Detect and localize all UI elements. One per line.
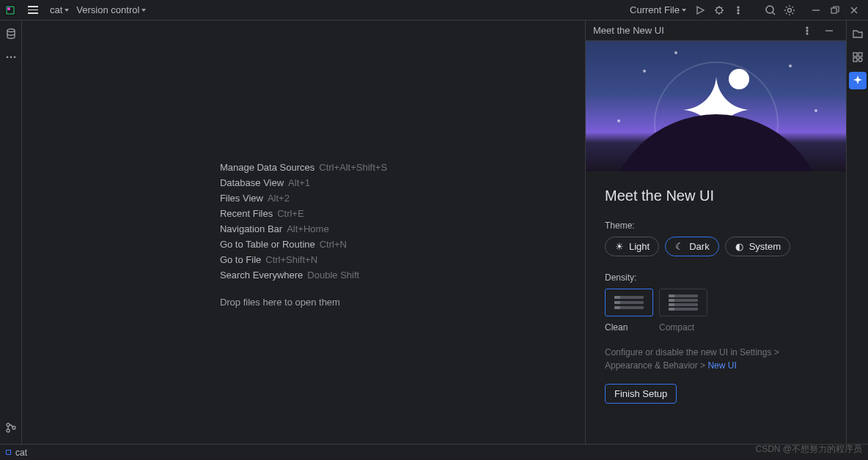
svg-rect-20 (858, 53, 862, 56)
hero-illustration (586, 41, 846, 171)
moon-icon: ☾ (674, 242, 685, 252)
run-config-label: Current File (630, 4, 680, 15)
minimize-window-button[interactable] (806, 1, 825, 20)
panel-heading: Meet the New UI (605, 188, 827, 204)
main-menu-button[interactable] (23, 1, 43, 20)
editor-action-link[interactable]: Manage Data SourcesCtrl+Alt+Shift+S (220, 162, 387, 173)
action-label: Go to Table or Routine (220, 239, 315, 250)
density-clean-label: Clean (605, 322, 653, 333)
finish-setup-button[interactable]: Finish Setup (605, 384, 677, 404)
git-tool-button[interactable] (2, 419, 20, 437)
svg-rect-19 (853, 53, 857, 56)
action-shortcut: Alt+2 (268, 193, 290, 204)
system-icon: ◐ (735, 242, 745, 252)
action-label: Database View (220, 177, 284, 188)
search-everywhere-button[interactable] (761, 1, 780, 20)
svg-point-4 (738, 9, 739, 10)
editor-empty-state: Manage Data SourcesCtrl+Alt+Shift+SDatab… (22, 21, 586, 444)
new-ui-panel: Meet the New UI Meet the New UI Theme: ☀… (586, 21, 846, 444)
chevron-down-icon (682, 9, 686, 12)
new-ui-tool-button[interactable] (849, 72, 867, 89)
theme-label: Theme: (605, 220, 827, 231)
panel-title: Meet the New UI (593, 25, 664, 36)
editor-action-link[interactable]: Files ViewAlt+2 (220, 193, 387, 204)
svg-point-14 (7, 429, 10, 432)
vcs-label: Version control (76, 4, 139, 15)
density-label: Density: (605, 272, 827, 283)
svg-point-17 (806, 29, 808, 31)
status-indicator-icon (6, 450, 11, 455)
restore-window-button[interactable] (825, 1, 845, 20)
svg-point-11 (10, 56, 12, 59)
chevron-down-icon (65, 9, 69, 12)
svg-point-1 (7, 7, 10, 10)
action-label: Recent Files (220, 208, 273, 219)
svg-point-10 (6, 56, 8, 59)
right-tool-rail (846, 21, 868, 444)
density-compact-option[interactable] (659, 289, 707, 316)
density-clean-option[interactable] (605, 289, 653, 316)
run-button[interactable] (691, 1, 710, 20)
settings-button[interactable] (780, 1, 799, 20)
svg-point-6 (766, 6, 773, 13)
app-logo-icon (4, 4, 16, 16)
status-project-name[interactable]: cat (15, 448, 27, 458)
plugins-tool-button[interactable] (849, 48, 867, 66)
svg-point-9 (7, 29, 15, 32)
left-tool-rail (0, 21, 22, 444)
editor-action-link[interactable]: Recent FilesCtrl+E (220, 208, 387, 219)
sun-icon: ☀ (614, 242, 625, 252)
svg-point-7 (788, 8, 792, 12)
project-name: cat (50, 4, 62, 15)
new-ui-settings-link[interactable]: New UI (707, 360, 736, 371)
svg-point-16 (806, 26, 808, 28)
action-shortcut: Alt+Home (287, 223, 328, 234)
svg-rect-21 (853, 58, 857, 62)
svg-point-22 (858, 58, 862, 62)
database-tool-button[interactable] (2, 25, 20, 42)
action-shortcut: Alt+1 (288, 177, 310, 188)
svg-point-5 (738, 12, 739, 13)
files-tool-button[interactable] (849, 25, 867, 42)
panel-options-button[interactable] (798, 21, 817, 40)
svg-rect-0 (4, 4, 16, 16)
panel-help-text: Configure or disable the new UI in Setti… (605, 346, 827, 372)
svg-point-12 (13, 56, 15, 59)
svg-rect-8 (831, 8, 836, 13)
action-shortcut: Ctrl+Shift+N (265, 254, 317, 265)
more-actions-button[interactable] (729, 1, 748, 20)
run-config-selector[interactable]: Current File (630, 4, 686, 15)
action-label: Navigation Bar (220, 223, 282, 234)
editor-action-link[interactable]: Go to Table or RoutineCtrl+N (220, 239, 387, 250)
editor-action-link[interactable]: Navigation BarAlt+Home (220, 223, 387, 234)
action-shortcut: Ctrl+E (277, 208, 304, 219)
editor-action-link[interactable]: Go to FileCtrl+Shift+N (220, 254, 387, 265)
chevron-down-icon (141, 9, 146, 12)
svg-point-3 (738, 6, 739, 7)
close-window-button[interactable] (845, 1, 864, 20)
status-bar: cat (0, 444, 868, 460)
editor-action-link[interactable]: Database ViewAlt+1 (220, 177, 387, 188)
svg-point-13 (7, 423, 10, 426)
action-shortcut: Double Shift (307, 270, 359, 281)
action-label: Search Everywhere (220, 270, 303, 281)
theme-dark-option[interactable]: ☾Dark (665, 237, 718, 256)
drop-files-hint: Drop files here to open them (220, 297, 387, 308)
vcs-widget[interactable]: Version control (76, 4, 146, 15)
panel-hide-button[interactable] (820, 21, 839, 40)
editor-action-link[interactable]: Search EverywhereDouble Shift (220, 270, 387, 281)
action-label: Files View (220, 193, 263, 204)
action-label: Manage Data Sources (220, 162, 315, 173)
watermark-text: CSDN @不想努力的程序员 (755, 443, 862, 456)
action-shortcut: Ctrl+Alt+Shift+S (319, 162, 387, 173)
svg-point-18 (806, 32, 808, 34)
debug-button[interactable] (710, 1, 729, 20)
more-tools-button[interactable] (2, 48, 20, 66)
theme-system-option[interactable]: ◐System (725, 237, 790, 256)
action-label: Go to File (220, 254, 261, 265)
action-shortcut: Ctrl+N (320, 239, 347, 250)
theme-light-option[interactable]: ☀Light (605, 237, 659, 256)
project-breadcrumb[interactable]: cat (50, 4, 69, 15)
density-compact-label: Compact (659, 322, 707, 333)
